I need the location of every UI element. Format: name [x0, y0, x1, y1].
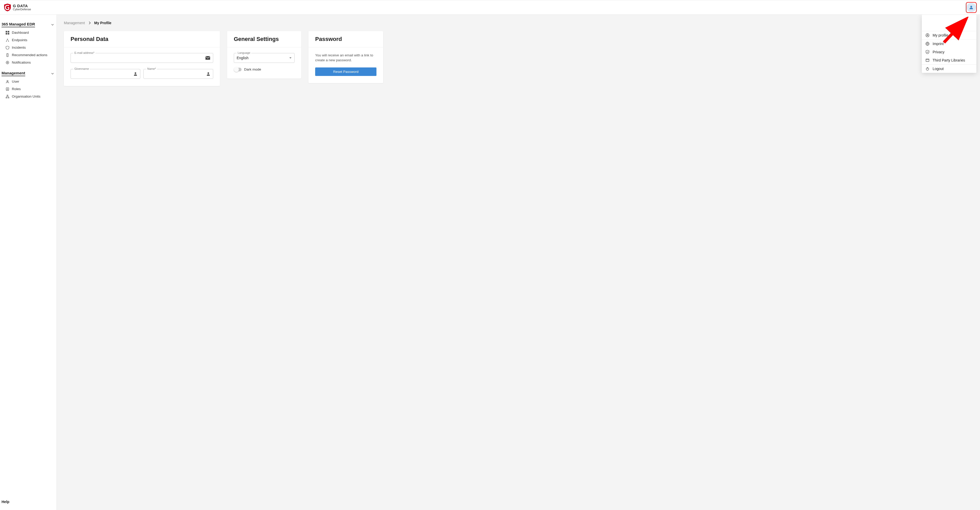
main-content: Management My Profile Personal Data E-ma… — [57, 15, 980, 510]
dropdown-item-label: My profile — [932, 33, 948, 37]
person-icon — [206, 72, 210, 76]
notifications-icon — [6, 61, 9, 64]
dropdown-item-label: Imprint — [932, 42, 944, 46]
svg-rect-18 — [6, 97, 7, 98]
password-help-text: You will receive an email with a link to… — [315, 53, 377, 63]
org-units-icon — [6, 95, 9, 99]
sidebar-item-dashboard[interactable]: Dashboard — [0, 29, 56, 36]
name-input[interactable] — [146, 71, 206, 76]
profile-icon — [926, 33, 929, 37]
annotation-highlight — [966, 2, 977, 13]
sidebar-item-label: Incidents — [12, 46, 26, 49]
sidebar-item-label: User — [12, 79, 19, 83]
sidebar-help[interactable]: Help — [0, 498, 56, 507]
sidebar-item-label: Roles — [12, 87, 21, 91]
dropdown-header — [922, 15, 977, 31]
dropdown-item-label: Third Party Libraries — [932, 58, 965, 62]
dark-mode-label: Dark mode — [244, 67, 261, 71]
globe-icon — [926, 42, 929, 46]
power-icon — [926, 67, 929, 71]
email-field[interactable]: E-mail address* — [70, 53, 213, 63]
sidebar-item-endpoints[interactable]: Endpoints — [0, 36, 56, 44]
chevron-down-icon — [51, 72, 54, 75]
sidebar: 365 Managed EDR Dashboard Endpoints Inci… — [0, 15, 57, 510]
brand-logo: G DATA CyberDefense — [4, 3, 31, 11]
svg-point-13 — [7, 62, 8, 63]
breadcrumb: Management My Profile — [64, 21, 973, 25]
language-value: English — [237, 56, 289, 60]
card-title: Personal Data — [64, 31, 220, 48]
card-personal-data: Personal Data E-mail address* Givenname — [64, 31, 220, 86]
svg-rect-4 — [8, 33, 9, 35]
name-label: Name* — [146, 67, 157, 70]
svg-rect-1 — [6, 31, 7, 32]
svg-rect-20 — [205, 56, 210, 60]
sidebar-item-label: Organisation Units — [12, 94, 40, 99]
sidebar-help-label: Help — [2, 500, 9, 504]
chevron-right-icon — [89, 21, 91, 24]
library-icon — [926, 58, 929, 62]
chevron-down-icon — [289, 57, 292, 59]
email-input[interactable] — [73, 56, 205, 60]
svg-rect-17 — [7, 95, 8, 96]
svg-point-16 — [7, 88, 8, 89]
card-title: General Settings — [227, 31, 301, 48]
sidebar-item-recommended[interactable]: Recommended actions — [0, 51, 56, 59]
sidebar-section-management[interactable]: Management — [0, 69, 56, 78]
sidebar-item-roles[interactable]: Roles — [0, 85, 56, 93]
dashboard-icon — [6, 31, 9, 35]
dropdown-item-third-party[interactable]: Third Party Libraries — [922, 56, 977, 64]
svg-rect-19 — [8, 97, 9, 98]
dropdown-item-logout[interactable]: Logout — [922, 65, 977, 73]
dropdown-item-label: Logout — [932, 67, 944, 71]
shield-icon — [6, 46, 9, 49]
privacy-shield-icon — [926, 50, 929, 54]
svg-point-12 — [6, 61, 9, 64]
user-avatar-button[interactable] — [967, 3, 976, 12]
shield-logo-icon — [4, 3, 11, 11]
roles-icon — [6, 87, 9, 91]
card-title: Password — [309, 31, 383, 48]
svg-rect-26 — [926, 59, 929, 62]
svg-point-14 — [7, 80, 8, 82]
card-general-settings: General Settings Language English Dark m… — [227, 31, 301, 78]
chevron-down-icon — [51, 24, 54, 26]
sidebar-section-edr[interactable]: 365 Managed EDR — [0, 20, 56, 29]
person-icon — [134, 72, 137, 76]
svg-point-24 — [927, 35, 928, 35]
svg-point-21 — [135, 72, 136, 74]
sidebar-item-notifications[interactable]: Notifications — [0, 59, 56, 66]
sidebar-item-org-units[interactable]: Organisation Units — [0, 93, 56, 100]
brand-subtitle: CyberDefense — [13, 8, 31, 11]
dropdown-item-privacy[interactable]: Privacy — [922, 48, 977, 56]
sidebar-section-management-label: Management — [2, 71, 25, 76]
sidebar-item-incidents[interactable]: Incidents — [0, 44, 56, 51]
user-icon — [6, 80, 9, 83]
topbar: G DATA CyberDefense — [0, 0, 980, 15]
dark-mode-toggle[interactable] — [234, 68, 242, 71]
dropdown-item-label: Privacy — [932, 50, 945, 54]
sidebar-section-edr-label: 365 Managed EDR — [2, 22, 35, 27]
endpoints-icon — [6, 38, 9, 42]
sidebar-item-label: Notifications — [12, 60, 31, 64]
name-field[interactable]: Name* — [143, 69, 213, 79]
givenname-field[interactable]: Givenname — [70, 69, 140, 79]
language-select[interactable]: Language English — [234, 53, 294, 63]
svg-rect-2 — [8, 31, 9, 32]
breadcrumb-current: My Profile — [94, 21, 111, 25]
givenname-input[interactable] — [73, 71, 134, 76]
mail-icon — [205, 56, 210, 60]
dropdown-item-my-profile[interactable]: My profile — [922, 31, 977, 40]
svg-rect-3 — [6, 33, 7, 35]
givenname-label: Givenname — [73, 67, 90, 70]
brand-name: G DATA — [13, 4, 31, 8]
language-label: Language — [237, 51, 251, 54]
svg-point-22 — [208, 72, 209, 74]
breadcrumb-root[interactable]: Management — [64, 21, 85, 25]
sidebar-item-label: Endpoints — [12, 38, 27, 42]
reset-password-button[interactable]: Reset Password — [315, 67, 377, 76]
dropdown-item-imprint[interactable]: Imprint — [922, 40, 977, 48]
card-password: Password You will receive an email with … — [309, 31, 383, 83]
email-label: E-mail address* — [73, 51, 95, 54]
sidebar-item-user[interactable]: User — [0, 78, 56, 85]
